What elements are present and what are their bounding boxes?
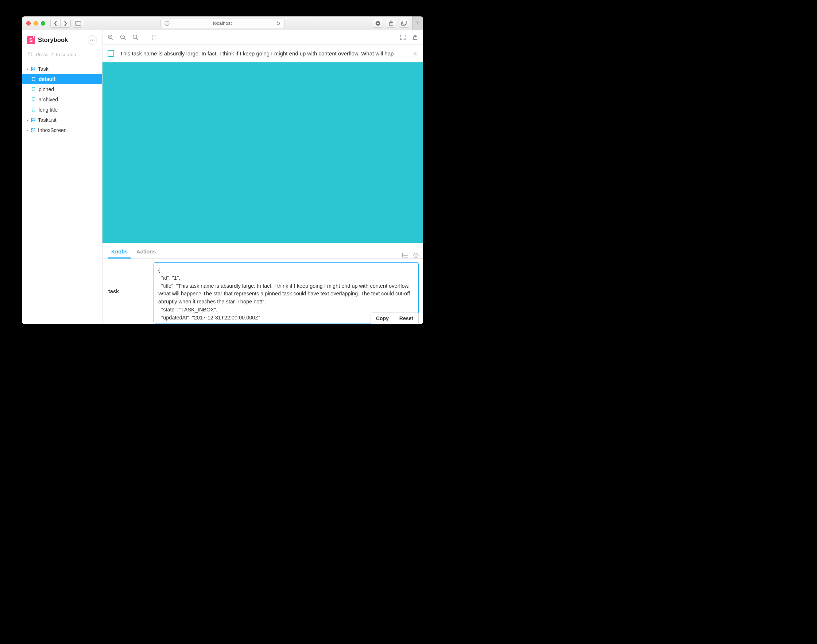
tree-story-archived[interactable]: archived bbox=[22, 94, 102, 105]
search-input[interactable] bbox=[26, 49, 98, 60]
chevron-right-icon: ▸ bbox=[25, 118, 30, 122]
storybook-logo-icon: S bbox=[27, 36, 35, 44]
chevron-down-icon: ▾ bbox=[25, 67, 30, 71]
task-row: This task name is absurdly large. In fac… bbox=[103, 45, 423, 62]
tree-component-tasklist[interactable]: ▸ TaskList bbox=[22, 115, 102, 125]
preview-canvas: This task name is absurdly large. In fac… bbox=[103, 45, 423, 243]
svg-rect-0 bbox=[75, 21, 81, 25]
task-checkbox[interactable] bbox=[107, 50, 114, 57]
search-icon bbox=[28, 51, 33, 57]
zoom-window-button[interactable] bbox=[41, 21, 45, 26]
knob-actions: Copy Reset bbox=[371, 313, 419, 324]
story-icon bbox=[31, 97, 36, 102]
titlebar: ❮ ❯ localhost ↻ bbox=[22, 17, 423, 30]
forward-button[interactable]: ❯ bbox=[61, 19, 71, 28]
app-title: Storybook bbox=[38, 37, 68, 44]
toolbar-separator bbox=[145, 34, 145, 41]
component-icon bbox=[31, 128, 36, 133]
tree-story-long-title[interactable]: long title bbox=[22, 105, 102, 115]
svg-rect-36 bbox=[152, 38, 154, 40]
sidebar: S Storybook ▾ bbox=[22, 30, 103, 324]
zoom-in-button[interactable] bbox=[107, 34, 114, 41]
tree-story-default[interactable]: default bbox=[22, 74, 102, 84]
tree-label: pinned bbox=[39, 86, 54, 92]
copy-button[interactable]: Copy bbox=[371, 313, 394, 324]
zoom-reset-button[interactable] bbox=[132, 34, 139, 41]
fullscreen-button[interactable] bbox=[399, 34, 406, 41]
knob-label: task bbox=[103, 259, 153, 324]
svg-rect-24 bbox=[34, 130, 35, 132]
svg-rect-35 bbox=[155, 35, 157, 37]
tab-knobs[interactable]: Knobs bbox=[107, 245, 132, 258]
svg-rect-7 bbox=[403, 21, 407, 25]
window-controls bbox=[26, 21, 45, 26]
close-panel-button[interactable] bbox=[413, 253, 419, 258]
svg-rect-18 bbox=[34, 118, 35, 120]
addons-tabs: Knobs Actions bbox=[103, 243, 423, 259]
site-info-icon bbox=[164, 21, 170, 26]
svg-rect-39 bbox=[403, 253, 408, 258]
share-button[interactable] bbox=[386, 19, 396, 28]
explorer-tree: ▾ Task default bbox=[22, 64, 102, 135]
story-icon bbox=[31, 107, 36, 112]
tree-component-task[interactable]: ▾ Task bbox=[22, 64, 102, 74]
svg-point-9 bbox=[92, 40, 93, 41]
tree-label: TaskList bbox=[38, 117, 57, 123]
tabs-button[interactable] bbox=[399, 19, 409, 28]
zoom-out-button[interactable] bbox=[119, 34, 127, 41]
browser-window: ❮ ❯ localhost ↻ bbox=[22, 17, 423, 324]
canvas-fill bbox=[103, 62, 423, 243]
svg-rect-23 bbox=[31, 130, 33, 132]
preview-toolbar bbox=[103, 30, 423, 45]
panel-position-button[interactable] bbox=[402, 253, 408, 258]
svg-rect-37 bbox=[155, 38, 157, 40]
tree-label: long title bbox=[39, 107, 58, 113]
svg-rect-22 bbox=[34, 128, 35, 130]
url-bar[interactable]: localhost ↻ bbox=[161, 18, 285, 28]
open-new-tab-button[interactable] bbox=[411, 34, 419, 41]
chevron-right-icon: ▸ bbox=[25, 128, 30, 132]
tree-label: InboxScreen bbox=[38, 127, 67, 133]
sidebar-menu-button[interactable] bbox=[87, 35, 97, 45]
downloads-button[interactable] bbox=[373, 19, 383, 28]
tree-label: Task bbox=[38, 66, 49, 72]
story-icon bbox=[31, 87, 36, 92]
story-icon bbox=[31, 77, 36, 82]
tree-component-inboxscreen[interactable]: ▸ InboxScreen bbox=[22, 125, 102, 135]
task-title: This task name is absurdly large. In fac… bbox=[120, 50, 406, 57]
addons-panel: Knobs Actions task bbox=[103, 243, 423, 324]
svg-point-8 bbox=[90, 40, 91, 41]
minimize-window-button[interactable] bbox=[34, 21, 38, 26]
svg-line-30 bbox=[124, 38, 126, 40]
svg-rect-14 bbox=[34, 67, 35, 69]
svg-line-12 bbox=[31, 55, 33, 57]
url-text: localhost bbox=[213, 20, 231, 26]
main-panel: This task name is absurdly large. In fac… bbox=[103, 30, 423, 324]
svg-rect-17 bbox=[31, 118, 33, 120]
svg-rect-21 bbox=[31, 128, 33, 130]
nav-back-forward: ❮ ❯ bbox=[51, 19, 71, 28]
svg-rect-13 bbox=[31, 67, 33, 69]
component-icon bbox=[31, 117, 36, 123]
reset-button[interactable]: Reset bbox=[394, 313, 419, 324]
svg-line-33 bbox=[136, 38, 138, 40]
pin-star-icon[interactable]: ★ bbox=[412, 50, 418, 58]
grid-button[interactable] bbox=[151, 34, 158, 41]
close-window-button[interactable] bbox=[26, 21, 31, 26]
new-tab-button[interactable]: + bbox=[412, 17, 423, 30]
svg-point-10 bbox=[94, 40, 95, 41]
svg-line-26 bbox=[112, 38, 113, 40]
svg-rect-19 bbox=[31, 120, 33, 122]
sidebar-toggle-button[interactable] bbox=[73, 19, 83, 28]
tree-story-pinned[interactable]: pinned bbox=[22, 84, 102, 94]
back-button[interactable]: ❮ bbox=[51, 19, 61, 28]
svg-rect-15 bbox=[31, 69, 33, 71]
svg-rect-34 bbox=[152, 35, 154, 37]
tree-label: archived bbox=[39, 97, 58, 103]
tab-actions[interactable]: Actions bbox=[132, 245, 160, 258]
svg-rect-3 bbox=[167, 22, 167, 25]
svg-rect-16 bbox=[34, 69, 35, 71]
reload-icon[interactable]: ↻ bbox=[276, 20, 281, 26]
component-icon bbox=[31, 66, 36, 72]
tree-label: default bbox=[39, 76, 55, 82]
